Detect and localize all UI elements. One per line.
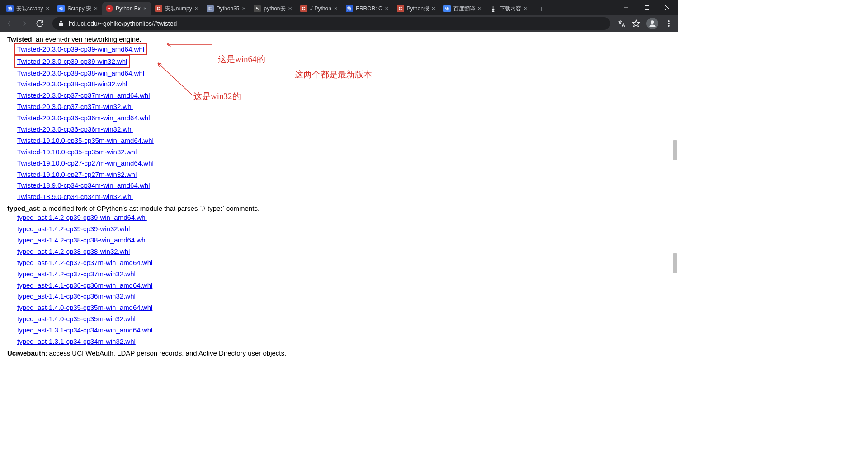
download-link[interactable]: Twisted-19.10.0-cp27-cp27m-win32.whl — [17, 171, 137, 178]
download-link[interactable]: typed_ast-1.4.2-cp37-cp37m-win32.whl — [17, 270, 136, 278]
translate-icon[interactable] — [618, 19, 626, 28]
package-section: Uciwebauth: access UCI WebAuth, LDAP per… — [7, 349, 665, 357]
close-tab-icon[interactable]: × — [240, 5, 247, 12]
tab-title: Python报 — [407, 5, 429, 13]
browser-tab-4[interactable]: E Python35 × — [203, 2, 250, 15]
close-tab-icon[interactable]: × — [476, 5, 483, 12]
tab-title: python安 — [264, 5, 285, 13]
download-link[interactable]: Twisted-19.10.0-cp35-cp35m-win_amd64.whl — [17, 137, 154, 144]
package-section: Twisted: an event-driven networking engi… — [7, 35, 665, 203]
page-scrollbar[interactable] — [672, 32, 678, 367]
close-tab-icon[interactable]: × — [430, 5, 437, 12]
svg-point-8 — [668, 25, 670, 27]
download-link[interactable]: Twisted-18.9.0-cp34-cp34m-win_amd64.whl — [17, 181, 150, 189]
close-tab-icon[interactable]: × — [332, 5, 340, 12]
lock-icon — [58, 20, 64, 27]
maximize-button[interactable] — [637, 0, 657, 15]
favicon: C — [300, 5, 307, 12]
package-name: Uciwebauth — [7, 349, 45, 357]
file-list: Twisted-20.3.0-cp39-cp39-win_amd64.whlTw… — [7, 43, 665, 203]
menu-kebab-icon[interactable] — [665, 19, 673, 28]
download-link[interactable]: typed_ast-1.4.2-cp38-cp38-win_amd64.whl — [17, 236, 147, 244]
favicon: E — [207, 5, 214, 12]
browser-tab-8[interactable]: C Python报 × — [393, 2, 440, 15]
close-window-button[interactable] — [657, 0, 678, 15]
close-tab-icon[interactable]: × — [92, 5, 99, 12]
tab-title: 安装numpy — [165, 5, 192, 13]
browser-tab-7[interactable]: 熊 ERROR: C × — [342, 2, 393, 15]
browser-tab-1[interactable]: 知 Scrapy 安 × — [54, 2, 102, 15]
package-name: typed_ast — [7, 204, 39, 212]
favicon: 熊 — [346, 5, 353, 12]
back-button[interactable] — [4, 18, 14, 29]
package-desc: : an event-driven networking engine. — [32, 35, 142, 43]
download-link[interactable]: Twisted-19.10.0-cp35-cp35m-win32.whl — [17, 148, 137, 156]
close-tab-icon[interactable]: × — [44, 5, 51, 12]
download-link[interactable]: typed_ast-1.3.1-cp34-cp34m-win32.whl — [17, 337, 136, 345]
download-link[interactable]: typed_ast-1.4.0-cp35-cp35m-win32.whl — [17, 315, 136, 323]
package-desc: : a modified fork of CPython's ast modul… — [39, 204, 259, 212]
download-link[interactable]: typed_ast-1.4.2-cp38-cp38-win32.whl — [17, 247, 130, 255]
bookmark-star-icon[interactable] — [632, 19, 640, 28]
annotation-win32: 这是win32的 — [193, 90, 241, 102]
close-tab-icon[interactable]: × — [142, 5, 149, 12]
download-link[interactable]: Twisted-19.10.0-cp27-cp27m-win_amd64.whl — [17, 159, 154, 167]
browser-tab-0[interactable]: 熊 安装scrapy × — [3, 2, 54, 15]
package-section: typed_ast: a modified fork of CPython's … — [7, 204, 665, 347]
url-text: lfd.uci.edu/~gohlke/pythonlibs/#twisted — [69, 20, 177, 27]
close-tab-icon[interactable]: × — [193, 5, 200, 12]
package-name: Twisted — [7, 35, 32, 43]
favicon: ● — [106, 5, 113, 12]
browser-tab-5[interactable]: ✎ python安 × — [250, 2, 296, 15]
favicon: 知 — [57, 5, 65, 12]
annotation-both-latest: 这两个都是最新版本 — [295, 69, 372, 81]
package-desc: : access UCI WebAuth, LDAP person record… — [45, 349, 286, 357]
svg-marker-4 — [633, 20, 640, 27]
download-link[interactable]: Twisted-20.3.0-cp36-cp36m-win32.whl — [17, 125, 133, 133]
close-tab-icon[interactable]: × — [522, 5, 529, 12]
browser-tab-3[interactable]: C 安装numpy × — [151, 2, 203, 15]
download-link[interactable]: Twisted-20.3.0-cp39-cp39-win_amd64.whl — [14, 43, 147, 55]
svg-point-7 — [668, 23, 670, 24]
browser-tab-6[interactable]: C # Python × — [297, 2, 342, 15]
favicon: C — [155, 5, 162, 12]
browser-tab-2[interactable]: ● Python Ex × — [102, 2, 151, 15]
svg-point-6 — [668, 20, 670, 22]
new-tab-button[interactable]: + — [535, 3, 547, 15]
download-link[interactable]: typed_ast-1.4.2-cp39-cp39-win_amd64.whl — [17, 214, 147, 221]
favicon: ⭳ — [490, 5, 497, 12]
download-link[interactable]: Twisted-20.3.0-cp38-cp38-win_amd64.whl — [17, 69, 144, 77]
tab-title: 安装scrapy — [16, 5, 43, 13]
download-link[interactable]: typed_ast-1.4.1-cp36-cp36m-win32.whl — [17, 292, 136, 300]
download-link[interactable]: typed_ast-1.4.2-cp39-cp39-win32.whl — [17, 225, 130, 233]
close-tab-icon[interactable]: × — [383, 5, 391, 12]
download-link[interactable]: Twisted-20.3.0-cp37-cp37m-win_amd64.whl — [17, 91, 150, 99]
tab-title: Python Ex — [116, 5, 141, 12]
browser-tab-10[interactable]: ⭳ 下载内容 × — [486, 2, 532, 15]
download-link[interactable]: Twisted-20.3.0-cp38-cp38-win32.whl — [17, 80, 127, 88]
close-tab-icon[interactable]: × — [287, 5, 294, 12]
browser-chrome: 熊 安装scrapy × 知 Scrapy 安 × ● Python Ex × … — [0, 0, 678, 32]
download-link[interactable]: Twisted-20.3.0-cp36-cp36m-win_amd64.whl — [17, 114, 150, 122]
favicon: 熊 — [6, 5, 14, 12]
download-link[interactable]: Twisted-20.3.0-cp39-cp39-win32.whl — [14, 55, 130, 67]
download-link[interactable]: typed_ast-1.4.1-cp36-cp36m-win_amd64.whl — [17, 281, 152, 289]
window-controls — [616, 0, 678, 15]
omnibox[interactable]: lfd.uci.edu/~gohlke/pythonlibs/#twisted — [52, 17, 610, 30]
download-link[interactable]: typed_ast-1.4.0-cp35-cp35m-win_amd64.whl — [17, 304, 152, 311]
download-link[interactable]: Twisted-18.9.0-cp34-cp34m-win32.whl — [17, 193, 133, 200]
forward-button[interactable] — [19, 18, 30, 29]
minimize-button[interactable] — [616, 0, 637, 15]
download-link[interactable]: typed_ast-1.4.2-cp37-cp37m-win_amd64.whl — [17, 259, 152, 266]
toolbar-right — [618, 18, 675, 29]
browser-tab-9[interactable]: 译 百度翻译 × — [440, 2, 486, 15]
svg-rect-1 — [645, 6, 649, 10]
page-content: Twisted: an event-driven networking engi… — [0, 32, 672, 367]
profile-avatar[interactable] — [646, 18, 658, 29]
favicon: 译 — [443, 5, 451, 12]
download-link[interactable]: Twisted-20.3.0-cp37-cp37m-win32.whl — [17, 103, 133, 110]
download-link[interactable]: typed_ast-1.3.1-cp34-cp34m-win_amd64.whl — [17, 326, 152, 334]
favicon: ✎ — [254, 5, 261, 12]
annotation-win64: 这是win64的 — [218, 53, 265, 65]
reload-button[interactable] — [34, 18, 45, 29]
